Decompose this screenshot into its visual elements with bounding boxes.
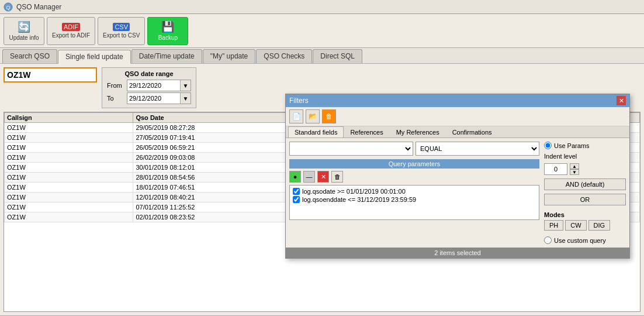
delete-icon: 🗑 xyxy=(326,112,333,121)
app-icon: Q xyxy=(4,2,13,12)
tab-direct-sql[interactable]: Direct SQL xyxy=(313,49,362,63)
query-params-label: Query parameters xyxy=(389,160,441,167)
open-filter-button[interactable]: 📂 xyxy=(306,109,320,123)
filter-body: EQUAL Query parameters ● — ✕ 🗑 log.qsoda… xyxy=(286,138,629,248)
right-controls: Use Params Indent level ▲ ▼ AND (default… xyxy=(544,142,626,244)
mode-ph-button[interactable]: PH xyxy=(544,220,563,231)
callsign-input[interactable] xyxy=(4,67,97,83)
update-info-button[interactable]: 🔄 Update info xyxy=(4,17,44,45)
toolbar: 🔄 Update info ADIF Export to ADIF CSV Ex… xyxy=(0,14,644,48)
use-params-row: Use Params xyxy=(544,142,626,149)
and-default-button[interactable]: AND (default) xyxy=(544,178,626,190)
field-select[interactable] xyxy=(289,142,413,156)
dialog-close-button[interactable]: ✕ xyxy=(617,96,626,105)
backup-button[interactable]: 💾 Backup xyxy=(147,17,188,45)
new-icon: 📄 xyxy=(292,112,301,121)
from-date-field[interactable] xyxy=(127,81,180,90)
update-info-icon: 🔄 xyxy=(18,20,30,33)
filter-select-row: EQUAL xyxy=(289,142,539,156)
use-custom-query-radio[interactable] xyxy=(544,236,552,244)
operator-select[interactable]: EQUAL xyxy=(416,142,539,156)
modes-label: Modes xyxy=(544,211,626,218)
query-params-bar: Query parameters xyxy=(289,159,539,169)
filter-item-1[interactable]: log.qsodate >= 01/01/2019 00:01:00 xyxy=(292,187,537,195)
from-date-picker-button[interactable]: ▼ xyxy=(180,80,191,91)
to-label: To xyxy=(107,95,124,102)
delete-filter-button[interactable]: 🗑 xyxy=(322,109,336,123)
csv-icon: CSV xyxy=(113,23,130,31)
filter-checkbox-2[interactable] xyxy=(293,196,300,203)
filter-text-2: log.qsoenddate <= 31/12/2019 23:59:59 xyxy=(302,196,416,203)
filter-tab-standard[interactable]: Standard fields xyxy=(288,126,344,138)
tab-qso-checks[interactable]: QSO Checks xyxy=(256,49,312,63)
open-icon: 📂 xyxy=(309,112,317,121)
filter-bottom-bar: 2 items selected xyxy=(286,248,629,258)
title-bar: Q QSO Manager xyxy=(0,0,644,14)
filter-tab-references[interactable]: References xyxy=(344,126,389,138)
remove-filter-button[interactable]: ✕ xyxy=(317,171,329,183)
use-custom-query-label: Use custom query xyxy=(554,237,606,244)
to-date-field[interactable] xyxy=(127,94,180,102)
filter-checkbox-1[interactable] xyxy=(293,188,300,195)
filter-tab-confirmations[interactable]: Confirmations xyxy=(446,126,498,138)
backup-icon: 💾 xyxy=(161,20,174,33)
filter-right-panel: Use Params Indent level ▲ ▼ AND (default… xyxy=(544,142,626,244)
date-range-box: QSO date range From ▼ To ▼ xyxy=(102,67,196,108)
indent-down-button[interactable]: ▼ xyxy=(570,169,579,175)
to-date-input[interactable]: ▼ xyxy=(127,92,191,104)
filter-text-1: log.qsodate >= 01/01/2019 00:01:00 xyxy=(302,188,406,195)
indent-spinners: ▲ ▼ xyxy=(570,163,579,175)
use-params-radio[interactable] xyxy=(544,142,552,149)
filter-left-panel: EQUAL Query parameters ● — ✕ 🗑 log.qsoda… xyxy=(289,142,539,244)
or-button[interactable]: OR xyxy=(544,194,626,205)
export-csv-button[interactable]: CSV Export to CSV xyxy=(98,17,145,45)
filter-tab-my-references[interactable]: My References xyxy=(390,126,446,138)
to-row: To ▼ xyxy=(107,92,191,104)
export-adif-button[interactable]: ADIF Export to ADIF xyxy=(47,17,95,45)
indent-row: Indent level xyxy=(544,153,626,160)
from-label: From xyxy=(107,82,124,89)
tab-single-field-update[interactable]: Single field update xyxy=(58,50,131,64)
from-date-input[interactable]: ▼ xyxy=(127,80,191,91)
use-params-label: Use Params xyxy=(554,142,590,149)
tab-search-qso[interactable]: Search QSO xyxy=(2,49,57,63)
svg-text:Q: Q xyxy=(6,5,10,11)
adif-icon: ADIF xyxy=(62,23,80,31)
new-filter-button[interactable]: 📄 xyxy=(289,109,303,123)
modes-section: Modes PH CW DIG xyxy=(544,211,626,231)
app-title: QSO Manager xyxy=(16,3,61,11)
add-filter-button[interactable]: ● xyxy=(289,171,301,183)
filter-tabs: Standard fields References My References… xyxy=(286,126,629,138)
filter-item-2[interactable]: log.qsoenddate <= 31/12/2019 23:59:59 xyxy=(292,195,537,204)
dialog-title-bar: Filters ✕ xyxy=(286,94,629,107)
edit-filter-button[interactable]: — xyxy=(303,171,315,183)
dialog-toolbar: 📄 📂 🗑 xyxy=(286,107,629,126)
mode-buttons: PH CW DIG xyxy=(544,220,626,231)
filter-dialog: Filters ✕ 📄 📂 🗑 Standard fields Referenc… xyxy=(285,94,630,259)
mode-cw-button[interactable]: CW xyxy=(565,220,586,231)
from-row: From ▼ xyxy=(107,80,191,91)
filter-list: log.qsodate >= 01/01/2019 00:01:00 log.q… xyxy=(289,185,539,220)
to-date-picker-button[interactable]: ▼ xyxy=(180,93,191,104)
dialog-title: Filters xyxy=(289,97,309,105)
tab-datetime-update[interactable]: Date/Time update xyxy=(131,49,202,63)
clear-filters-button[interactable]: 🗑 xyxy=(331,171,343,183)
filter-actions-row: ● — ✕ 🗑 xyxy=(289,171,539,183)
indent-label: Indent level xyxy=(544,153,577,160)
main-tabs: Search QSO Single field update Date/Time… xyxy=(0,48,644,64)
tab-my-update[interactable]: "My" update xyxy=(203,49,256,63)
custom-query-row: Use custom query xyxy=(544,236,626,244)
items-selected-label: 2 items selected xyxy=(434,249,480,256)
indent-input-row: ▲ ▼ xyxy=(544,163,626,175)
col-callsign: Callsign xyxy=(5,113,133,123)
date-range-title: QSO date range xyxy=(107,70,191,77)
mode-dig-button[interactable]: DIG xyxy=(588,220,611,231)
indent-up-button[interactable]: ▲ xyxy=(570,163,579,169)
indent-input[interactable] xyxy=(544,163,567,175)
